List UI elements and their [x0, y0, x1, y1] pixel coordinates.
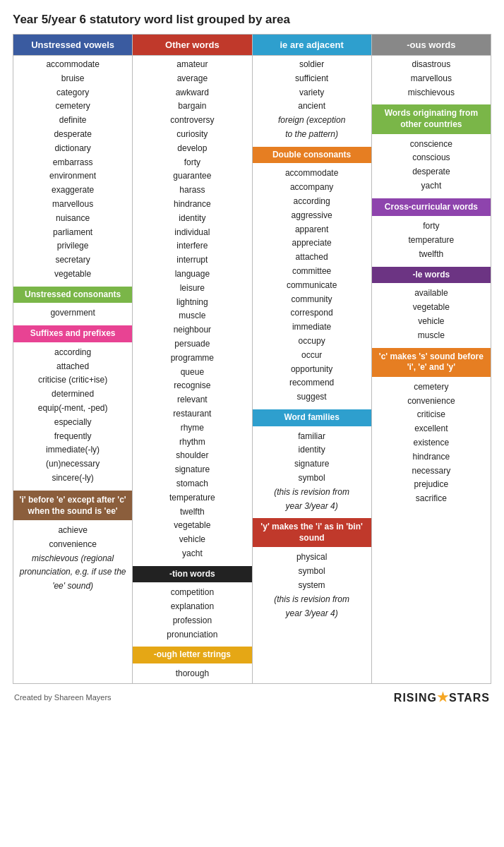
col3-main-words: soldiersufficientvarietyancientforeign (… — [253, 56, 371, 144]
col4-sub3-words: availablevegetablevehiclemuscle — [372, 284, 491, 344]
page-title: Year 5/year 6 statutory word list groupe… — [13, 13, 491, 27]
footer: Created by Shareen Mayers RISING★STARS — [13, 690, 491, 705]
col4-sub2-words: fortytemperaturetwelfth — [372, 217, 491, 263]
col1-main-words: accommodatebruisecategorycemeterydefinit… — [13, 56, 132, 284]
star-icon: ★ — [437, 690, 449, 704]
col2-sub2-label: -ough letter strings — [133, 647, 251, 663]
col4-sub3-label: -le words — [372, 267, 491, 284]
col4-sub2-label: Cross-curricular words — [372, 198, 491, 217]
col3-sub3-label: 'y' makes the 'i' as in 'bin' sound — [253, 518, 371, 547]
table-row-main: accommodatebruisecategorycemeterydefinit… — [13, 56, 491, 684]
col3-sub2-label: Word families — [253, 409, 371, 426]
col1-sub3-label: 'i' before 'e' except after 'c' when the… — [13, 491, 132, 520]
brand-text: RISING★STARS — [394, 690, 490, 705]
col-header-2: Other words — [133, 35, 251, 55]
col4-sub4-label: 'c' makes 's' sound before 'i', 'e' and … — [372, 348, 491, 377]
col4-sub1-words: conscienceconsciousdesperateyacht — [372, 136, 491, 196]
col2-sub1-label: -tion words — [133, 566, 251, 583]
col3-sub1-words: accommodateaccompanyaccordingaggressivea… — [253, 164, 371, 407]
col-header-3: ie are adjacent — [253, 35, 371, 55]
col2-sub2-words: thorough — [133, 665, 251, 683]
col1-sub3-words: achieveconveniencemischievous (regional … — [13, 522, 132, 596]
col1-sub1-words: government — [13, 304, 132, 323]
brand-logo: RISING★STARS — [394, 690, 490, 705]
col3-sub3-words: physicalsymbolsystem(this is revision fr… — [253, 548, 371, 623]
col3-sub2-words: familiaridentitysignaturesymbol(this is … — [253, 428, 371, 516]
created-by: Created by Shareen Mayers — [14, 693, 112, 702]
col4-sub1-label: Words originating from other countries — [372, 104, 491, 133]
col-header-4: -ous words — [372, 35, 491, 55]
col4-sub4-words: cemeteryconveniencecriticiseexcellentexi… — [372, 378, 491, 508]
col2-main-words: amateuraverageawkwardbargaincontroversyc… — [133, 56, 251, 563]
col-header-1: Unstressed vowels — [13, 35, 132, 55]
col1-sub2-label: Suffixes and prefixes — [13, 325, 132, 342]
col3-sub1-label: Double consonants — [253, 147, 371, 164]
word-list-table: Unstressed vowels Other words ie are adj… — [13, 34, 491, 684]
col1-sub2-words: accordingattachedcriticise (critic+ise)d… — [13, 344, 132, 488]
col1-sub1-label: Unstressed consonants — [13, 287, 132, 304]
col2-sub1-words: competitionexplanationprofessionpronunci… — [133, 584, 251, 644]
col4-main-words: disastrousmarvellousmischievous — [372, 56, 491, 102]
